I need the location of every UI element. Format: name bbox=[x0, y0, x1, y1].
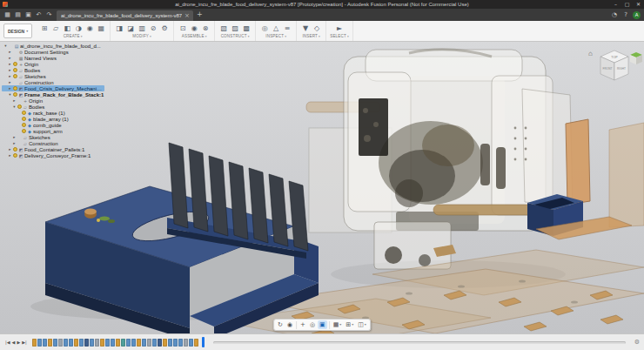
timeline-feature-3[interactable] bbox=[48, 339, 52, 347]
visibility-bulb-icon[interactable] bbox=[13, 74, 17, 78]
toolbar-group-label[interactable]: SELECT▾ bbox=[330, 34, 349, 38]
timeline-feature-7[interactable] bbox=[69, 339, 73, 347]
tree-expander-icon[interactable]: ▸ bbox=[8, 50, 12, 54]
workspace-selector[interactable]: DESIGN ▾ bbox=[3, 24, 32, 38]
timeline-feature-16[interactable] bbox=[116, 339, 120, 347]
user-avatar[interactable]: A bbox=[633, 11, 641, 19]
toolbar-group-label[interactable]: INSERT▾ bbox=[302, 34, 320, 38]
assemble-new-component-icon[interactable]: ⊡ bbox=[178, 24, 188, 34]
browser-item-food-crisis-delivery-mechanism-1[interactable]: ▸◩Food_Crisis_Delivery_Mechanism:1 bbox=[2, 85, 104, 91]
visibility-bulb-icon[interactable] bbox=[22, 117, 26, 121]
browser-item-comb-guide[interactable]: ◆comb_guide bbox=[2, 122, 104, 128]
tree-expander-icon[interactable]: ▸ bbox=[8, 74, 12, 78]
file-menu-icon[interactable]: ▤ bbox=[13, 10, 23, 20]
select-tool-icon[interactable]: ► bbox=[334, 24, 345, 34]
tree-expander-icon[interactable]: ▸ bbox=[8, 86, 12, 91]
timeline-feature-4[interactable] bbox=[53, 339, 57, 347]
measure-icon[interactable]: ◎ bbox=[259, 24, 270, 34]
notifications-bell-icon[interactable]: ◔ bbox=[610, 11, 619, 18]
toolbar-group-label[interactable]: CONSTRUCT▾ bbox=[221, 34, 250, 38]
timeline-feature-23[interactable] bbox=[152, 339, 157, 347]
timeline-feature-1[interactable] bbox=[37, 339, 42, 347]
zoom-icon[interactable]: ◎ bbox=[308, 320, 317, 329]
maximize-button[interactable]: ▢ bbox=[621, 0, 633, 9]
timeline-feature-5[interactable] bbox=[58, 339, 63, 347]
timeline-feature-14[interactable] bbox=[105, 339, 110, 347]
go-to-start-button[interactable]: |◀ bbox=[4, 334, 11, 350]
timeline-feature-15[interactable] bbox=[111, 339, 115, 347]
timeline-feature-26[interactable] bbox=[168, 339, 172, 347]
fillet-icon[interactable]: ◪ bbox=[125, 24, 136, 34]
revolve-icon[interactable]: ◑ bbox=[73, 24, 84, 34]
browser-item-sketches[interactable]: ▸▱Sketches bbox=[2, 73, 104, 79]
insert-derive-icon[interactable]: ◇ bbox=[312, 24, 322, 34]
tree-expander-icon[interactable]: ▸ bbox=[8, 56, 12, 60]
point-icon[interactable]: ▩ bbox=[241, 24, 252, 34]
timeline-feature-19[interactable] bbox=[131, 339, 136, 347]
browser-item-origin[interactable]: ▸+Origin bbox=[2, 61, 104, 67]
shell-icon[interactable]: ▥ bbox=[137, 24, 147, 34]
home-icon[interactable]: ⌂ bbox=[588, 50, 593, 57]
timeline-feature-8[interactable] bbox=[74, 339, 78, 347]
extrude-icon[interactable]: ◧ bbox=[62, 24, 72, 34]
timeline-feature-13[interactable] bbox=[100, 339, 104, 347]
tree-expander-icon[interactable]: ▸ bbox=[12, 141, 17, 145]
create-sketch-icon[interactable]: ▱ bbox=[50, 24, 61, 34]
toolbar-group-label[interactable]: CREATE▾ bbox=[64, 34, 83, 38]
pan-icon[interactable]: + bbox=[299, 320, 307, 329]
tree-expander-icon[interactable]: ▸ bbox=[8, 62, 12, 66]
viewports-icon[interactable]: ◫▾ bbox=[356, 320, 368, 329]
hole-icon[interactable]: ◉ bbox=[84, 24, 95, 34]
combine-icon[interactable]: ⊘ bbox=[148, 24, 158, 34]
browser-item-frame-rack-for-blade-stack-1[interactable]: ▾◩Frame_Rack_for_Blade_Stack:1 bbox=[2, 91, 104, 98]
visibility-toggle[interactable] bbox=[17, 104, 22, 109]
tree-expander-icon[interactable]: ▾ bbox=[3, 44, 8, 48]
visibility-toggle[interactable] bbox=[13, 74, 17, 78]
timeline-feature-30[interactable] bbox=[189, 339, 193, 347]
visibility-bulb-icon[interactable] bbox=[13, 86, 17, 91]
new-component-icon[interactable]: ⊞ bbox=[39, 24, 50, 34]
browser-item-blade-array-1[interactable]: ◆blade_array (1) bbox=[2, 116, 104, 122]
browser-item-ai-drone-incu-fre-blade-food-d[interactable]: ▾▤ai_drone_incu_fre_blade_food_d... bbox=[2, 43, 104, 49]
visibility-toggle[interactable] bbox=[13, 62, 17, 66]
display-settings-icon[interactable]: ▦▾ bbox=[332, 320, 344, 329]
viewcube-right-label[interactable]: RIGHT bbox=[617, 67, 626, 71]
section-analysis-icon[interactable]: △ bbox=[271, 24, 281, 34]
timeline-feature-31[interactable] bbox=[194, 339, 198, 347]
browser-item-food-container-pallets-1[interactable]: ▸◩Food_Container_Pallets:1 bbox=[2, 146, 104, 152]
visibility-bulb-icon[interactable] bbox=[22, 123, 26, 127]
timeline-feature-29[interactable] bbox=[184, 339, 188, 347]
joint-icon[interactable]: ◉ bbox=[189, 24, 199, 34]
timeline-feature-6[interactable] bbox=[64, 339, 68, 347]
tree-expander-icon[interactable]: ▸ bbox=[8, 68, 12, 72]
tree-expander-icon[interactable]: ▸ bbox=[8, 153, 12, 158]
viewcube-top-label[interactable]: TOP bbox=[611, 56, 618, 59]
visibility-bulb-icon[interactable] bbox=[17, 104, 22, 109]
rigid-group-icon[interactable]: ⊗ bbox=[200, 24, 211, 34]
timeline-empty-track[interactable] bbox=[213, 341, 626, 344]
redo-icon[interactable]: ↷ bbox=[44, 10, 54, 20]
browser-item-document-settings[interactable]: ▸⚙Document Settings bbox=[2, 49, 104, 55]
visibility-bulb-icon[interactable] bbox=[22, 129, 26, 133]
visibility-toggle[interactable] bbox=[13, 68, 17, 72]
visibility-bulb-icon[interactable] bbox=[13, 153, 17, 158]
timeline-options-gear-icon[interactable]: ⚙ bbox=[634, 339, 640, 346]
visibility-bulb-icon[interactable] bbox=[13, 62, 17, 66]
fit-view-icon[interactable]: ▣ bbox=[318, 320, 327, 329]
visibility-toggle[interactable] bbox=[22, 111, 26, 115]
tree-expander-icon[interactable]: ▸ bbox=[12, 98, 17, 103]
tree-expander-icon[interactable]: ▸ bbox=[8, 147, 12, 151]
tree-expander-icon[interactable]: ▸ bbox=[12, 135, 17, 139]
browser-item-delivery-conveyor-frame-1[interactable]: ▸◩Delivery_Conveyor_Frame:1 bbox=[2, 152, 104, 158]
tree-expander-icon[interactable]: ▾ bbox=[12, 104, 17, 109]
visibility-toggle[interactable] bbox=[13, 153, 17, 158]
offset-plane-icon[interactable]: ▧ bbox=[218, 24, 229, 34]
toolbar-group-label[interactable]: ASSEMBLE▾ bbox=[182, 34, 207, 38]
timeline-feature-18[interactable] bbox=[126, 339, 131, 347]
save-icon[interactable]: ▣ bbox=[23, 10, 33, 20]
document-tab[interactable]: ai_drone_incu_fre_blade_food_delivery_sy… bbox=[57, 10, 193, 21]
visibility-toggle[interactable] bbox=[22, 117, 26, 121]
visibility-bulb-icon[interactable] bbox=[13, 147, 17, 151]
timeline-feature-21[interactable] bbox=[142, 339, 146, 347]
axis-icon[interactable]: ▨ bbox=[230, 24, 240, 34]
